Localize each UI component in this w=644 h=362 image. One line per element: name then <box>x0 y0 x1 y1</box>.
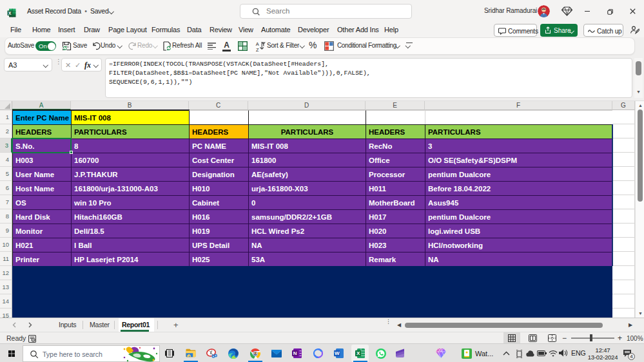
svg-text:N: N <box>293 350 297 356</box>
svg-text:A: A <box>256 41 259 47</box>
svg-text:X: X <box>8 11 12 15</box>
svg-text:Z: Z <box>256 47 259 52</box>
svg-text:X: X <box>356 350 360 356</box>
svg-text:W: W <box>335 350 340 356</box>
